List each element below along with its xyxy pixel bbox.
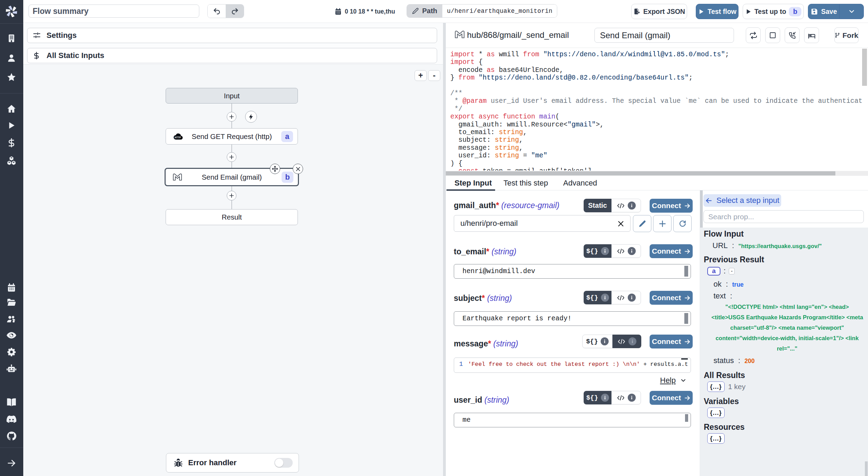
svg-text:HTTP: HTTP [175,136,181,139]
